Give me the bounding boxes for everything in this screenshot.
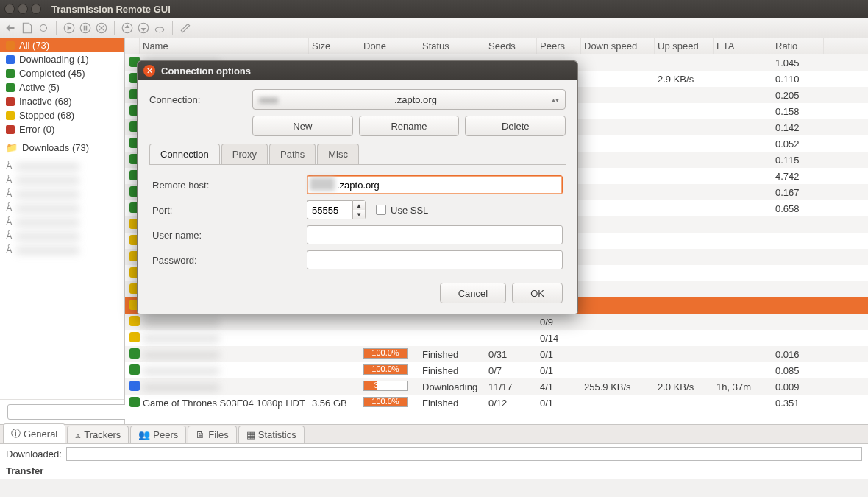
use-ssl-checkbox[interactable]: Use SSL: [376, 205, 428, 216]
table-row[interactable]: Game of Thrones S03E04 1080p HDT 3.56 GB…: [125, 395, 868, 411]
tracker-icon: Å: [6, 161, 13, 172]
remote-host-label: Remote host:: [152, 180, 307, 191]
table-row[interactable]: xxxxxxxxxxxxxxxx 0/9: [125, 314, 868, 330]
connection-select[interactable]: xxxx.zapto.org ▴▾: [252, 89, 566, 110]
sidebar-tracker[interactable]: Åxxxxxxxxxxxxx: [0, 187, 124, 201]
sidebar-filter-4[interactable]: Inactive (68): [0, 94, 124, 108]
table-row[interactable]: xxxxxxxxxxxxxxxx 0/14: [125, 330, 868, 346]
use-ssl-label: Use SSL: [391, 205, 428, 216]
downloaded-value: [66, 447, 862, 461]
tracker-icon: Å: [6, 202, 13, 214]
dialog-tab-paths[interactable]: Paths: [269, 144, 316, 164]
filter-label: Completed (45): [19, 68, 85, 79]
turtle-icon[interactable]: [153, 21, 166, 35]
column-header[interactable]: ETA: [714, 38, 772, 54]
table-row[interactable]: xxxxxxxxxxxxxxxx 31.5% Downloading 11/17…: [125, 378, 868, 395]
port-stepper[interactable]: ▲▼: [307, 200, 366, 219]
svg-point-5: [155, 27, 163, 32]
window-titlebar: Transmission Remote GUI: [0, 0, 868, 18]
sidebar-tracker[interactable]: Åxxxxxxxxxxxxx: [0, 201, 124, 215]
tracker-icon: Å: [6, 216, 13, 228]
window-close-button[interactable]: [4, 4, 15, 14]
sidebar-tracker[interactable]: Åxxxxxxxxxxxxx: [0, 229, 124, 243]
column-header[interactable]: Size: [309, 38, 360, 54]
tab-icon: 🗎: [196, 429, 205, 440]
window-maximize-button[interactable]: [31, 4, 41, 14]
search-input[interactable]: [7, 404, 138, 420]
column-header[interactable]: Done: [360, 38, 419, 54]
dialog-close-button[interactable]: ✕: [143, 65, 155, 77]
filter-label: Error (0): [19, 124, 54, 135]
sidebar-tracker[interactable]: Åxxxxxxxxxxxxx: [0, 173, 124, 187]
bottom-tab-trackers[interactable]: ⟁Trackers: [67, 426, 129, 443]
column-header[interactable]: Status: [419, 38, 485, 54]
sidebar-filter-1[interactable]: Downloading (1): [0, 52, 124, 66]
port-down-icon[interactable]: ▼: [353, 210, 365, 219]
filter-label: Active (5): [19, 82, 60, 93]
rename-button[interactable]: Rename: [359, 116, 460, 136]
sidebar-filter-2[interactable]: Completed (45): [0, 66, 124, 80]
table-row[interactable]: xxxxxxxxxxxxxxxx 100.0% Finished 0/7 0/1…: [125, 362, 868, 378]
table-row[interactable]: xxxxxxxxxxxxxxxx 100.0% Finished 0/31 0/…: [125, 346, 868, 362]
filter-icon: [6, 83, 15, 92]
window-minimize-button[interactable]: [18, 4, 28, 14]
dialog-tabs: ConnectionProxyPathsMisc: [149, 144, 566, 165]
column-header[interactable]: Peers: [537, 38, 581, 54]
dialog-tab-connection[interactable]: Connection: [149, 144, 220, 164]
sidebar-folder-0[interactable]: 📁Downloads (73): [0, 141, 124, 155]
window-title: Transmission Remote GUI: [51, 4, 171, 15]
column-header[interactable]: Ratio: [772, 38, 824, 54]
column-header[interactable]: [125, 38, 140, 54]
dialog-title: Connection options: [161, 66, 251, 77]
folder-label: Downloads (73): [22, 142, 89, 153]
remove-icon[interactable]: [95, 21, 108, 35]
port-input[interactable]: [307, 200, 352, 219]
delete-button[interactable]: Delete: [465, 116, 566, 136]
password-input[interactable]: [307, 250, 563, 269]
port-up-icon[interactable]: ▲: [353, 201, 365, 210]
password-label: Password:: [152, 255, 307, 266]
ok-button[interactable]: OK: [512, 283, 563, 303]
sidebar-filter-3[interactable]: Active (5): [0, 80, 124, 94]
add-link-icon[interactable]: [37, 21, 50, 35]
filter-icon: [6, 97, 15, 106]
column-header[interactable]: Down speed: [581, 38, 655, 54]
sidebar-tracker[interactable]: Åxxxxxxxxxxxxx: [0, 159, 124, 173]
downloaded-label: Downloaded:: [6, 448, 62, 459]
bottom-tab-statistics[interactable]: ▦Statistics: [238, 426, 305, 443]
transfer-section-label: Transfer: [6, 465, 862, 476]
column-header[interactable]: Seeds: [485, 38, 537, 54]
move-up-icon[interactable]: [121, 21, 134, 35]
sidebar-tracker[interactable]: Åxxxxxxxxxxxxx: [0, 215, 124, 229]
bottom-tab-general[interactable]: ⓘGeneral: [3, 423, 65, 443]
filter-label: Inactive (68): [19, 96, 72, 107]
toolbar: [0, 18, 868, 38]
new-button[interactable]: New: [252, 116, 353, 136]
filter-icon: [6, 111, 15, 120]
pause-icon[interactable]: [79, 21, 92, 35]
dialog-tab-misc[interactable]: Misc: [317, 144, 359, 164]
dialog-tab-proxy[interactable]: Proxy: [221, 144, 268, 164]
username-input[interactable]: [307, 225, 563, 244]
bottom-tab-files[interactable]: 🗎Files: [188, 426, 236, 443]
column-header[interactable]: Up speed: [655, 38, 714, 54]
tracker-icon: Å: [6, 244, 13, 255]
tab-icon: 👥: [138, 429, 150, 440]
sidebar-filter-0[interactable]: All (73): [0, 38, 124, 52]
remote-host-input[interactable]: [307, 175, 563, 194]
sidebar: All (73)Downloading (1)Completed (45)Act…: [0, 38, 125, 424]
move-down-icon[interactable]: [137, 21, 150, 35]
filter-icon: [6, 55, 15, 64]
cancel-button[interactable]: Cancel: [440, 283, 506, 303]
sidebar-tracker[interactable]: Åxxxxxxxxxxxxx: [0, 243, 124, 257]
column-header[interactable]: Name: [140, 38, 309, 54]
chevron-updown-icon: ▴▾: [552, 96, 559, 104]
add-torrent-icon[interactable]: [21, 21, 34, 35]
bottom-tab-peers[interactable]: 👥Peers: [130, 426, 186, 443]
settings-icon[interactable]: [179, 21, 192, 35]
sidebar-filter-5[interactable]: Stopped (68): [0, 108, 124, 122]
connect-icon[interactable]: [4, 21, 18, 35]
sidebar-filter-6[interactable]: Error (0): [0, 122, 124, 136]
start-icon[interactable]: [63, 21, 76, 35]
filter-label: Stopped (68): [19, 110, 74, 121]
